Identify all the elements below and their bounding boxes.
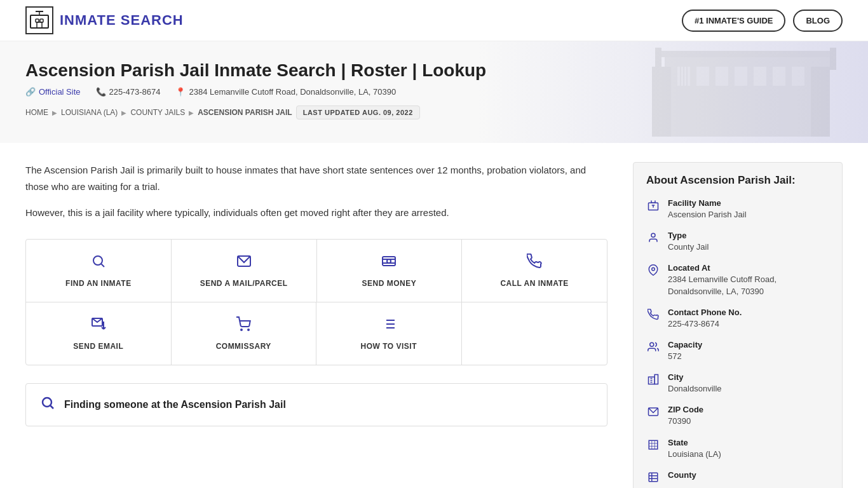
send-money-icon (381, 254, 397, 273)
zip-icon (646, 406, 660, 421)
commissary-icon (236, 316, 251, 336)
svg-point-34 (248, 329, 249, 330)
action-row-1: FIND AN INMATE SEND A MAIL/PARCEL (26, 240, 607, 302)
svg-point-46 (651, 233, 655, 237)
svg-rect-0 (31, 15, 48, 28)
header: INMATE SEARCH #1 INMATE'S GUIDE BLOG (0, 0, 868, 41)
send-mail-cell[interactable]: SEND A MAIL/PARCEL (172, 240, 317, 302)
find-inmate-cell[interactable]: FIND AN INMATE (26, 240, 172, 302)
svg-rect-11 (715, 67, 728, 86)
svg-point-41 (43, 398, 51, 407)
breadcrumb-home[interactable]: HOME (25, 108, 48, 117)
hero-section: Ascension Parish Jail Inmate Search | Ro… (0, 41, 868, 143)
main-content: The Ascension Parish Jail is primarily b… (0, 143, 868, 488)
call-inmate-cell[interactable]: CALL AN INMATE (462, 240, 607, 302)
capacity-content: Capacity 572 (668, 340, 702, 362)
logo-icon (25, 6, 53, 34)
breadcrumb-current: ASCENSION PARISH JAIL (198, 108, 292, 117)
zip-value: 70390 (668, 416, 703, 427)
send-money-label: SEND MONEY (362, 279, 417, 288)
commissary-label: COMMISSARY (216, 342, 271, 351)
find-inmate-icon (91, 254, 106, 273)
city-content: City Donaldsonville (668, 372, 722, 395)
description-p2: However, this is a jail facility where t… (25, 205, 607, 221)
type-icon (646, 232, 660, 247)
svg-line-42 (51, 405, 54, 409)
breadcrumb-sep-1: ▶ (52, 109, 57, 116)
svg-rect-25 (383, 257, 395, 266)
phone-number: 225-473-8674 (109, 87, 161, 97)
about-title: About Ascension Parish Jail: (646, 174, 829, 187)
phone-icon (646, 309, 660, 323)
call-inmate-icon (527, 254, 542, 273)
state-label: State (668, 438, 721, 447)
zip-label: ZIP Code (668, 405, 703, 414)
address-info: 📍 2384 Lemanville Cutoff Road, Donaldson… (175, 87, 396, 97)
capacity-label: Capacity (668, 340, 702, 349)
logo-text: INMATE SEARCH (60, 12, 184, 29)
sidebar: About Ascension Parish Jail: Facility Na… (633, 162, 843, 488)
commissary-cell[interactable]: COMMISSARY (172, 302, 317, 365)
address-text: 2384 Lemanville Cutoff Road, Donaldsonvi… (189, 87, 396, 97)
type-value: County Jail (668, 241, 709, 253)
official-site-label: Official Site (39, 87, 81, 97)
breadcrumb-sep-3: ▶ (189, 109, 194, 116)
facility-name-value: Ascension Parish Jail (668, 209, 747, 220)
county-icon (646, 471, 660, 486)
official-site-link[interactable]: 🔗 Official Site (25, 87, 81, 97)
city-label: City (668, 372, 722, 382)
svg-rect-50 (654, 375, 658, 384)
phone-value: 225-473-8674 (668, 318, 742, 330)
phone-label: Contact Phone No. (668, 308, 742, 317)
action-grid: FIND AN INMATE SEND A MAIL/PARCEL (25, 239, 607, 365)
svg-rect-15 (792, 67, 804, 86)
about-box: About Ascension Parish Jail: Facility Na… (633, 162, 843, 488)
svg-point-47 (652, 268, 655, 271)
svg-rect-6 (665, 54, 830, 137)
svg-rect-10 (696, 67, 709, 86)
link-icon: 🔗 (25, 87, 36, 97)
svg-point-22 (93, 256, 102, 265)
svg-point-33 (241, 329, 242, 330)
located-at-content: Located At 2384 Lemanville Cutoff Road, … (668, 263, 829, 297)
hero-background (627, 41, 868, 143)
svg-rect-8 (811, 67, 830, 137)
logo-link[interactable]: INMATE SEARCH (25, 6, 184, 34)
inmates-guide-button[interactable]: #1 INMATE'S GUIDE (682, 10, 785, 32)
blog-button[interactable]: BLOG (793, 10, 843, 32)
action-row-2: SEND EMAIL COMMISSARY (26, 302, 607, 365)
how-to-visit-cell[interactable]: HOW TO VISIT (316, 302, 462, 365)
svg-rect-19 (658, 51, 836, 57)
facility-name-label: Facility Name (668, 198, 747, 208)
capacity-value: 572 (668, 351, 702, 362)
sidebar-county: County (646, 470, 829, 486)
sidebar-located-at: Located At 2384 Lemanville Cutoff Road, … (646, 263, 829, 297)
phone-icon: 📞 (96, 87, 106, 97)
phone-content: Contact Phone No. 225-473-8674 (668, 308, 742, 330)
sidebar-capacity: Capacity 572 (646, 340, 829, 362)
facility-name-icon (646, 200, 660, 214)
svg-rect-21 (830, 48, 836, 70)
breadcrumb-county-jails[interactable]: COUNTY JAILS (130, 108, 185, 117)
city-icon (646, 374, 660, 388)
svg-rect-12 (735, 67, 747, 86)
send-email-cell[interactable]: SEND EMAIL (26, 302, 172, 365)
send-email-label: SEND EMAIL (73, 342, 123, 351)
zip-content: ZIP Code 70390 (668, 405, 703, 427)
sidebar-phone: Contact Phone No. 225-473-8674 (646, 308, 829, 330)
type-label: Type (668, 231, 709, 240)
breadcrumb-louisiana[interactable]: LOUISIANA (LA) (61, 108, 118, 117)
finding-box: Finding someone at the Ascension Parish … (25, 383, 607, 426)
send-money-cell[interactable]: SEND MONEY (317, 240, 463, 302)
svg-rect-7 (652, 67, 671, 137)
send-mail-label: SEND A MAIL/PARCEL (200, 279, 288, 288)
sidebar-city: City Donaldsonville (646, 372, 829, 395)
finding-title: Finding someone at the Ascension Parish … (64, 399, 286, 410)
last-updated-badge: LAST UPDATED AUG. 09, 2022 (296, 105, 420, 119)
capacity-icon (646, 341, 660, 356)
description-block: The Ascension Parish Jail is primarily b… (25, 162, 607, 221)
how-to-visit-label: HOW TO VISIT (361, 342, 417, 351)
county-label: County (668, 470, 696, 480)
header-nav: #1 INMATE'S GUIDE BLOG (682, 10, 843, 32)
type-content: Type County Jail (668, 231, 709, 253)
